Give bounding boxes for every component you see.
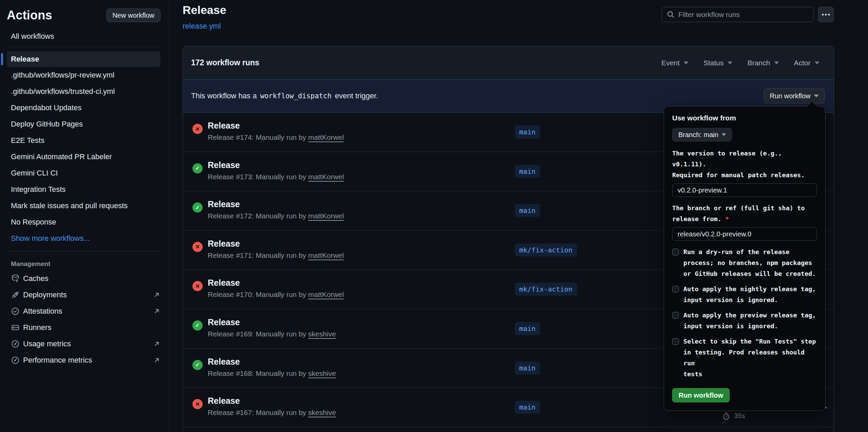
external-link-icon	[153, 356, 160, 364]
runs-count: 172 workflow runs	[191, 58, 259, 67]
sidebar-item-all-workflows[interactable]: All workflows	[7, 31, 160, 42]
run-status-icon	[192, 163, 203, 173]
run-status-icon	[192, 242, 203, 252]
sidebar-item-dependabot-updates[interactable]: Dependabot Updates	[7, 100, 160, 116]
filter-runs-searchbox[interactable]	[662, 7, 814, 22]
filter-event[interactable]: Event	[661, 59, 688, 67]
sidebar-item-deployments[interactable]: Deployments	[7, 287, 160, 303]
nightly-tag-checkbox[interactable]	[672, 286, 679, 293]
run-title-link[interactable]: Release	[208, 317, 240, 327]
sidebar-item-mark-stale[interactable]: Mark stale issues and pull requests	[7, 198, 160, 214]
sidebar-item-performance-metrics[interactable]: Performance metrics	[7, 352, 160, 368]
sidebar-divider	[7, 47, 160, 47]
required-asterisk: *	[725, 215, 729, 222]
dry-run-checkbox[interactable]	[672, 249, 679, 255]
checkbox-label: Run a dry-run of the release process; no…	[683, 247, 816, 279]
skip-tests-option: Select to skip the "Run Tests" step in t…	[672, 336, 817, 380]
branch-selector-button[interactable]: Branch: main	[672, 128, 732, 142]
chevron-down-icon	[722, 133, 726, 136]
workflow-file-link[interactable]: release.yml	[183, 22, 221, 31]
sidebar-item-label: Performance metrics	[23, 356, 92, 365]
sidebar-item-runners[interactable]: Runners	[7, 319, 160, 336]
run-title-link[interactable]: Release	[208, 357, 240, 367]
actor-link[interactable]: mattKorwel	[308, 212, 344, 220]
branch-badge[interactable]: main	[515, 322, 540, 335]
stopwatch-icon	[722, 412, 730, 420]
page-title: Release	[183, 3, 226, 17]
sidebar-title: Actions	[7, 8, 52, 22]
run-workflow-submit-button[interactable]: Run workflow	[672, 388, 730, 402]
sidebar-item-trusted-ci[interactable]: .github/workflows/trusted-ci.yml	[7, 83, 160, 100]
branch-badge[interactable]: main	[515, 204, 540, 217]
skip-tests-checkbox[interactable]	[672, 338, 679, 345]
run-status-icon	[192, 360, 203, 370]
sidebar-item-label: Attestations	[23, 307, 62, 316]
version-field-label: The version to release (e.g., v0.1.11). …	[672, 148, 817, 181]
run-status-icon	[192, 320, 203, 331]
runs-card-header: 172 workflow runs Event Status Branch Ac…	[183, 46, 834, 79]
run-title-link[interactable]: Release	[208, 199, 240, 209]
branch-badge[interactable]: main	[515, 401, 540, 414]
sidebar-item-gemini-pr-labeler[interactable]: Gemini Automated PR Labeler	[7, 149, 160, 165]
run-status-icon	[192, 399, 203, 409]
use-workflow-from-label: Use workflow from	[672, 114, 817, 122]
run-title-link[interactable]: Release	[208, 396, 240, 406]
ref-input[interactable]	[672, 227, 817, 241]
show-more-workflows-link[interactable]: Show more workflows...	[7, 230, 160, 247]
sidebar-item-integration-tests[interactable]: Integration Tests	[7, 181, 160, 198]
actor-link[interactable]: skeshive	[308, 409, 336, 416]
sidebar-item-label: Usage metrics	[23, 339, 71, 348]
actor-link[interactable]: skeshive	[308, 330, 336, 338]
nightly-tag-option: Auto apply the nightly release tag, inpu…	[672, 284, 817, 305]
sidebar-item-deploy-github-pages[interactable]: Deploy GitHub Pages	[7, 116, 160, 132]
new-workflow-button[interactable]: New workflow	[106, 9, 160, 22]
filter-status[interactable]: Status	[703, 59, 733, 67]
chevron-down-icon	[814, 95, 819, 97]
sidebar-item-e2e-tests[interactable]: E2E Tests	[7, 132, 160, 149]
chevron-down-icon	[815, 62, 819, 64]
banner-text: This workflow has a	[191, 92, 257, 100]
workflow-nav: All workflows Release .github/workflows/…	[7, 31, 160, 368]
run-title-link[interactable]: Release	[208, 278, 240, 288]
actor-link[interactable]: mattKorwel	[308, 133, 344, 141]
verified-icon	[11, 307, 20, 316]
preview-tag-checkbox[interactable]	[672, 312, 679, 319]
branch-badge[interactable]: mk/fix-action	[515, 244, 577, 256]
actor-link[interactable]: mattKorwel	[308, 251, 344, 259]
checkbox-label: Select to skip the "Run Tests" step in t…	[683, 336, 817, 380]
branch-badge[interactable]: main	[515, 165, 540, 178]
run-workflow-dropdown-button[interactable]: Run workflow	[764, 88, 825, 103]
branch-badge[interactable]: main	[515, 126, 540, 138]
run-status-icon	[192, 281, 203, 291]
actor-link[interactable]: mattKorwel	[308, 290, 344, 298]
sidebar-item-attestations[interactable]: Attestations	[7, 303, 160, 319]
actor-link[interactable]: skeshive	[308, 369, 336, 377]
sidebar-item-pr-review[interactable]: .github/workflows/pr-review.yml	[7, 67, 160, 83]
run-title-link[interactable]: Release	[208, 121, 240, 131]
checkbox-label: Auto apply the preview release tag, inpu…	[683, 310, 816, 332]
rocket-icon	[11, 290, 20, 299]
actions-sidebar: Actions New workflow All workflows Relea…	[0, 0, 170, 432]
sidebar-item-usage-metrics[interactable]: Usage metrics	[7, 336, 160, 352]
preview-tag-option: Auto apply the preview release tag, inpu…	[672, 310, 817, 332]
chevron-down-icon	[728, 62, 732, 64]
meter-icon	[11, 356, 20, 365]
sidebar-item-no-response[interactable]: No Response	[7, 214, 160, 230]
run-filters: Event Status Branch Actor	[661, 59, 819, 67]
sidebar-item-gemini-cli-ci[interactable]: Gemini CLI CI	[7, 165, 160, 181]
filter-actor[interactable]: Actor	[794, 59, 819, 67]
sidebar-item-label: Deployments	[23, 290, 67, 299]
branch-badge[interactable]: mk/fix-action	[515, 283, 577, 296]
filter-branch[interactable]: Branch	[747, 59, 779, 67]
run-title-link[interactable]: Release	[208, 160, 240, 170]
workflow-kebab-button[interactable]	[818, 7, 834, 22]
sidebar-item-release[interactable]: Release	[7, 51, 160, 67]
search-input[interactable]	[678, 11, 809, 19]
version-input[interactable]	[672, 183, 817, 197]
actor-link[interactable]: mattKorwel	[308, 173, 344, 181]
branch-badge[interactable]: main	[515, 362, 540, 375]
run-workflow-panel: Use workflow from Branch: main The versi…	[664, 106, 826, 411]
sidebar-item-caches[interactable]: Caches	[7, 270, 160, 287]
chevron-down-icon	[684, 62, 688, 64]
run-title-link[interactable]: Release	[208, 239, 240, 249]
